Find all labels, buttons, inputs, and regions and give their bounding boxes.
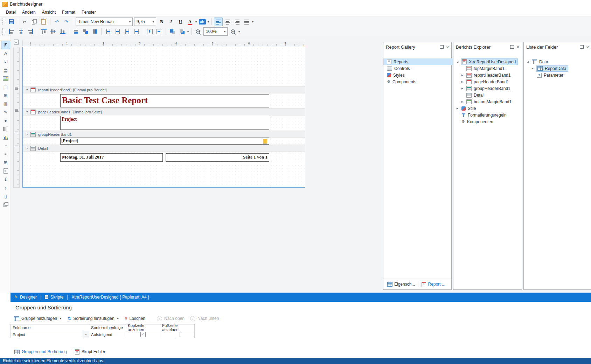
tree-node-reportdata[interactable]: ▶ReportData (524, 65, 591, 72)
paste-button[interactable] (39, 18, 48, 26)
cut-button[interactable]: ✂ (20, 18, 29, 26)
add-group-button[interactable]: +Gruppe hinzufügen▾ (14, 316, 62, 321)
expand-closed-icon[interactable]: ▶ (460, 100, 464, 103)
gallery-item-controls[interactable]: Controls (383, 65, 455, 72)
report-page[interactable]: ▼ reportHeaderBand1 [Einmal pro Bericht]… (22, 47, 305, 188)
align-tops-button[interactable] (39, 27, 48, 36)
add-sorting-button[interactable]: ⇅Sortierung hinzufügen▾ (68, 316, 119, 321)
float-window-icon[interactable] (580, 45, 584, 49)
collapse-band-icon[interactable]: ▼ (26, 89, 28, 91)
italic-button[interactable]: I (167, 18, 175, 26)
zoom-out-button[interactable]: − (194, 27, 202, 36)
toolbox-panel-tool[interactable]: ▢ (1, 83, 10, 91)
label-control-date[interactable]: Montag, 31. Juli 2017 (60, 153, 163, 162)
column-header-sortierreihenfolge[interactable]: Sortierreihenfolge (89, 324, 126, 331)
tree-node-report[interactable]: ◢XtraReportUserDesigned (453, 58, 524, 65)
tree-node-groupheader[interactable]: ▶groupHeaderBand1 (453, 85, 529, 92)
gallery-item-components[interactable]: ⚙Components (383, 78, 455, 85)
tab-skript-fehler[interactable]: Skript Fehler (71, 348, 109, 356)
align-right-button[interactable] (233, 18, 242, 26)
gallery-item-reports[interactable]: Reports (383, 58, 455, 65)
menu-datei[interactable]: Datei (3, 9, 19, 15)
close-icon[interactable]: × (446, 45, 449, 49)
redo-button[interactable]: ↷ (62, 18, 71, 26)
collapse-band-icon[interactable]: ▼ (26, 147, 28, 149)
center-vertically-button[interactable] (155, 27, 164, 36)
label-control-project-field[interactable]: [Project] (60, 138, 269, 145)
tree-node-parameter[interactable]: ?Parameter (524, 72, 591, 78)
align-right-edges-button[interactable] (26, 27, 35, 36)
collapse-band-icon[interactable]: ▼ (26, 133, 28, 135)
expand-closed-icon[interactable]: ▶ (460, 74, 464, 77)
same-size-button[interactable] (81, 27, 90, 36)
zoom-in-button[interactable]: + (229, 27, 237, 36)
band-resize-handle[interactable] (15, 109, 18, 112)
band-resize-handle[interactable] (15, 132, 18, 134)
center-horizontally-button[interactable] (145, 27, 154, 36)
float-window-icon[interactable] (440, 45, 444, 49)
tree-node-topmargin[interactable]: topMarginBand1 (453, 65, 535, 72)
zoom-select[interactable]: 100%▾ (203, 27, 228, 36)
tree-node-komponenten[interactable]: ⚙Komponenten (453, 118, 530, 125)
font-name-select[interactable]: Times New Roman▾ (76, 18, 133, 26)
tree-node-stile[interactable]: ▶Stile (453, 105, 524, 112)
menu-ansicht[interactable]: Ansicht (39, 9, 59, 15)
label-control-report-title[interactable]: Basic Test Case Report (60, 94, 269, 107)
expand-closed-icon[interactable]: ▶ (531, 67, 535, 70)
remove-horizontal-spacing-button[interactable] (132, 27, 141, 36)
order-caret[interactable]: ▾ (187, 30, 189, 33)
toolbox-line-tool[interactable]: ✎ (1, 108, 10, 116)
tree-node-reportheader[interactable]: ▶reportHeaderBand1 (453, 72, 529, 78)
chevron-down-icon[interactable]: ▾ (83, 331, 89, 338)
same-height-button[interactable] (90, 27, 99, 36)
delete-button[interactable]: ×Löschen (125, 316, 145, 321)
label-control-project-header[interactable]: Project (60, 116, 269, 130)
expand-closed-icon[interactable]: ▶ (460, 87, 464, 90)
band-resize-handle[interactable] (15, 87, 18, 90)
toolbox-crossband-box-tool[interactable]: ▯ (1, 192, 10, 200)
toolbar-grip[interactable] (2, 19, 4, 25)
increase-horizontal-spacing-button[interactable] (113, 27, 122, 36)
toolbox-checkbox-tool[interactable]: ☑ (1, 57, 10, 66)
column-header-fusszeile[interactable]: Fußzeile anzeigen (160, 324, 195, 331)
align-middles-button[interactable] (49, 27, 57, 36)
menu-format[interactable]: Format (59, 9, 78, 15)
label-control-page-number[interactable]: Seite 1 von 1 (166, 153, 269, 162)
font-size-select[interactable]: 9,75▾ (134, 18, 156, 26)
toolbox-gauge-tool[interactable]: ◔ (1, 141, 10, 150)
collapse-band-icon[interactable]: ▼ (26, 111, 28, 113)
toolbox-barcode-tool[interactable] (1, 125, 10, 133)
font-color-button[interactable]: A (186, 18, 194, 26)
band-header-detail[interactable]: ▼ Detail (23, 145, 305, 152)
align-caret[interactable]: ▾ (251, 20, 254, 23)
close-icon[interactable]: × (516, 45, 519, 49)
align-left-edges-button[interactable] (7, 27, 16, 36)
toolbox-chart-tool[interactable] (1, 133, 10, 141)
toolbox-picturebox-tool[interactable] (1, 74, 10, 83)
sortierreihenfolge-cell[interactable]: Aufsteigend (89, 331, 126, 338)
expand-closed-icon[interactable]: ▶ (460, 80, 464, 83)
toolbox-table-tool[interactable]: ⊞ (1, 91, 10, 99)
tree-node-detail[interactable]: Detail (453, 92, 535, 98)
expand-open-icon[interactable]: ◢ (456, 61, 459, 63)
column-header-kopfzeile[interactable]: Kopfzeile anzeigen (126, 324, 160, 331)
equal-horizontal-spacing-button[interactable] (104, 27, 112, 36)
close-icon[interactable]: × (586, 45, 589, 49)
toolbar-grip[interactable] (2, 28, 4, 35)
copy-button[interactable] (30, 18, 39, 26)
align-bottoms-button[interactable] (58, 27, 67, 36)
toolbox-pointer-tool[interactable] (1, 41, 10, 49)
expand-open-icon[interactable]: ◢ (526, 61, 530, 63)
decrease-horizontal-spacing-button[interactable] (123, 27, 131, 36)
highlight-button[interactable]: ab (198, 18, 207, 26)
band-header-groupheader[interactable]: ▼ groupHeaderBand1 (23, 131, 305, 138)
save-button[interactable] (7, 18, 16, 26)
band-resize-handle[interactable] (15, 146, 18, 148)
move-up-button[interactable]: ↑Nach oben (157, 316, 185, 321)
float-window-icon[interactable] (510, 45, 514, 49)
tab-skripte[interactable]: Skripte (41, 293, 67, 302)
toolbox-shape-tool[interactable]: ● (1, 116, 10, 125)
tab-gruppen-und-sortierung[interactable]: Gruppen und Sortierung (11, 348, 71, 356)
toolbox-pagebreak-tool[interactable]: ↧ (1, 175, 10, 183)
bring-to-front-button[interactable] (168, 27, 177, 36)
